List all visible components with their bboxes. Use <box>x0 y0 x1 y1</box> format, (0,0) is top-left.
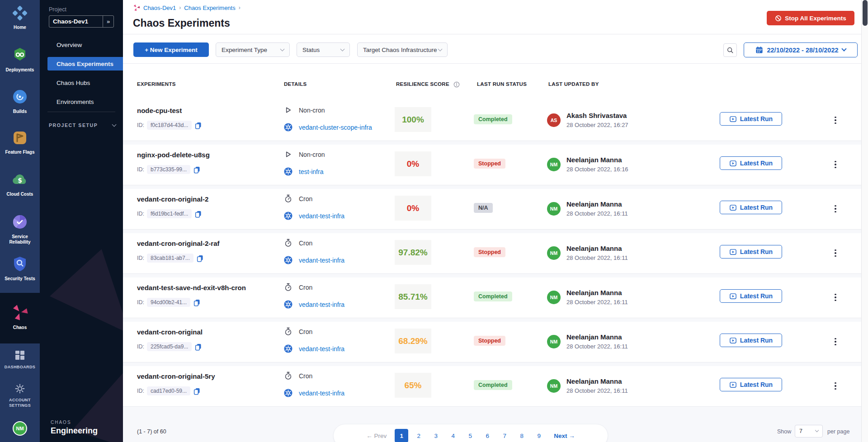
search-button[interactable] <box>723 43 737 57</box>
page-numbers: 123456789 <box>395 429 546 442</box>
experiment-name[interactable]: vedant-test-save-nd-exit-v8h-cron <box>137 284 246 292</box>
copy-icon[interactable] <box>194 210 202 218</box>
experiment-name[interactable]: vedant-cron-original-5ry <box>137 372 215 380</box>
page-number-1[interactable]: 1 <box>395 429 408 442</box>
experiment-row: vedant-cron-original-2 ID: f6d19bc1-fedf… <box>123 189 861 230</box>
stop-all-experiments-button[interactable]: Stop All Experiments <box>767 11 854 25</box>
sidebar-item-feature-flags[interactable]: Feature Flags <box>0 130 40 155</box>
column-details: DETAILS <box>284 81 307 87</box>
next-page-button[interactable]: Next → <box>554 433 575 439</box>
rail-label: Chaos <box>11 325 29 330</box>
expand-project-icon[interactable]: » <box>103 16 113 27</box>
copy-icon[interactable] <box>194 122 202 129</box>
kebab-menu[interactable] <box>831 246 840 260</box>
infrastructure-link[interactable]: vedant-test-infra <box>299 345 344 353</box>
latest-run-button[interactable]: Latest Run <box>720 156 782 170</box>
schedule-cell: Cron <box>284 371 312 380</box>
page-number-5[interactable]: 5 <box>463 429 477 442</box>
sidebar-item-builds[interactable]: Builds <box>0 89 40 114</box>
experiment-name[interactable]: node-cpu-test <box>137 107 182 114</box>
vertical-scrollbar[interactable] <box>861 0 868 442</box>
page-number-2[interactable]: 2 <box>412 429 425 442</box>
sidebar-item-account-settings[interactable]: ACCOUNT SETTINGS <box>0 384 40 408</box>
sidebar-item-deployments[interactable]: Deployments <box>0 47 40 73</box>
infrastructure-link[interactable]: vedant-cluster-scope-infra <box>299 124 372 131</box>
copy-icon[interactable] <box>194 343 202 351</box>
status-badge: Completed <box>474 380 512 390</box>
updated-date: 28 October 2022, 16:11 <box>566 254 628 261</box>
date-range-picker[interactable]: 22/10/2022 - 28/10/2022 <box>744 42 858 57</box>
latest-run-button[interactable]: Latest Run <box>720 201 782 214</box>
experiment-type-filter[interactable]: Experiment Type <box>216 42 290 57</box>
experiment-id-value: 94cd00b2-41... <box>147 298 190 307</box>
sidebar-item-security-tests[interactable]: Security Tests <box>0 256 40 282</box>
copy-icon[interactable] <box>193 166 201 174</box>
sidebar-item-cloud-costs[interactable]: $ Cloud Costs <box>0 172 40 197</box>
sidebar-item-home[interactable]: Home <box>0 5 40 30</box>
rail-label: Feature Flags <box>3 150 36 155</box>
latest-run-button[interactable]: Latest Run <box>720 334 782 347</box>
user-avatar: NM <box>547 379 561 393</box>
nav-item-chaos-hubs[interactable]: Chaos Hubs <box>40 76 123 89</box>
nav-item-chaos-experiments[interactable]: Chaos Experiments <box>47 57 123 71</box>
project-setup-toggle[interactable]: PROJECT SETUP <box>49 122 116 128</box>
info-icon[interactable] <box>453 81 460 89</box>
resilience-score-value: 97.82% <box>398 248 427 258</box>
experiment-name[interactable]: vedant-cron-original-2 <box>137 195 208 203</box>
page-number-8[interactable]: 8 <box>515 429 528 442</box>
new-experiment-button[interactable]: + New Experiment <box>133 42 209 57</box>
infrastructure-link[interactable]: test-infra <box>299 168 323 175</box>
kebab-menu[interactable] <box>831 291 840 304</box>
copy-icon[interactable] <box>196 254 204 262</box>
latest-run-button[interactable]: Latest Run <box>720 245 782 259</box>
latest-run-label: Latest Run <box>740 292 773 300</box>
sidebar-item-chaos[interactable]: Chaos <box>0 304 40 330</box>
kebab-menu[interactable] <box>831 113 840 127</box>
schedule-cell: Cron <box>284 194 312 203</box>
copy-icon[interactable] <box>193 387 201 395</box>
copy-icon[interactable] <box>193 299 201 306</box>
target-infrastructure-filter[interactable]: Target Chaos Infrastructure <box>357 42 448 57</box>
user-avatar: NM <box>547 291 561 304</box>
user-avatar[interactable]: NM <box>13 421 27 436</box>
updated-date: 28 October 2022, 16:11 <box>566 343 628 350</box>
latest-run-button[interactable]: Latest Run <box>720 289 782 303</box>
infrastructure-link[interactable]: vedant-test-infra <box>299 212 344 220</box>
page-number-7[interactable]: 7 <box>498 429 511 442</box>
infrastructure-link[interactable]: vedant-test-infra <box>299 390 344 397</box>
breadcrumb-page-link[interactable]: Chaos Experiments <box>184 5 235 11</box>
per-page-label: per page <box>827 428 849 435</box>
page-number-6[interactable]: 6 <box>481 429 494 442</box>
experiment-id-row: ID: cad17ed0-59... <box>137 386 201 395</box>
latest-run-button[interactable]: Latest Run <box>720 112 782 126</box>
experiment-name[interactable]: vedant-cron-original-2-raf <box>137 240 220 247</box>
nav-item-environments[interactable]: Environments <box>40 95 123 108</box>
status-filter[interactable]: Status <box>297 42 350 57</box>
page-number-4[interactable]: 4 <box>446 429 460 442</box>
chaos-breadcrumb-icon <box>133 4 140 11</box>
nav-item-overview[interactable]: Overview <box>40 38 123 52</box>
page-number-3[interactable]: 3 <box>429 429 443 442</box>
latest-run-label: Latest Run <box>740 115 773 122</box>
infrastructure-cell: vedant-cluster-scope-infra <box>284 123 372 132</box>
page-size-select[interactable]: 7 <box>795 425 823 437</box>
prev-page-button[interactable]: ← Prev <box>366 433 387 439</box>
project-selector[interactable]: Chaos-Dev1 » <box>49 15 114 28</box>
kebab-menu[interactable] <box>831 379 840 393</box>
resilience-score-value: 0% <box>407 203 419 213</box>
latest-run-button[interactable]: Latest Run <box>720 378 782 391</box>
experiment-name[interactable]: nginx-pod-delete-u8sg <box>137 151 210 159</box>
breadcrumb-project-link[interactable]: Chaos-Dev1 <box>143 5 176 11</box>
scrollbar-thumb[interactable] <box>863 0 868 26</box>
table-header: EXPERIMENTS DETAILS RESILIENCE SCORE LAS… <box>123 80 861 90</box>
page-number-9[interactable]: 9 <box>532 429 546 442</box>
experiment-name[interactable]: vedant-cron-original <box>137 328 203 336</box>
kebab-menu[interactable] <box>831 202 840 216</box>
module-name: Engineering <box>51 426 98 436</box>
infrastructure-link[interactable]: vedant-test-infra <box>299 257 344 264</box>
kebab-menu[interactable] <box>831 335 840 348</box>
sidebar-item-dashboards[interactable]: DASHBOARDS <box>0 350 40 370</box>
kebab-menu[interactable] <box>831 158 840 171</box>
infrastructure-link[interactable]: vedant-test-infra <box>299 301 344 308</box>
sidebar-item-service-reliability[interactable]: Service Reliability <box>0 214 40 245</box>
